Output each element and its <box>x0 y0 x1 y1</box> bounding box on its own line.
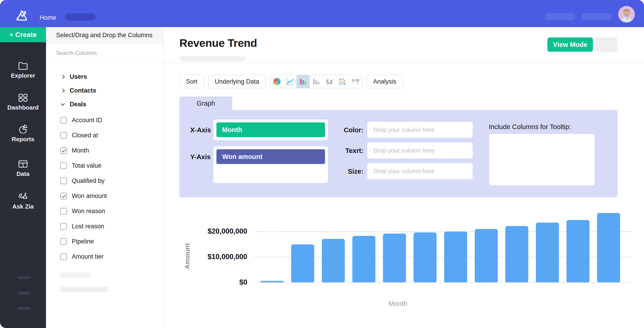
bar[interactable] <box>383 234 406 282</box>
column-label: Won reason <box>72 208 105 215</box>
checkbox-unchecked-icon[interactable] <box>60 238 67 245</box>
tooltip-columns-heading: Include Columns for Tooltip: <box>489 123 571 131</box>
subtitle-placeholder <box>180 56 246 61</box>
bar-descending-chart-type-icon[interactable] <box>310 75 323 88</box>
column-checkbox-item[interactable]: Pipeline <box>46 234 163 249</box>
size-dropzone[interactable]: Drop your column here <box>367 163 473 179</box>
checkbox-unchecked-icon[interactable] <box>60 253 67 260</box>
column-checkbox-item[interactable]: Won amount <box>46 188 163 203</box>
underlying-data-button[interactable]: Underlying Data <box>208 75 266 88</box>
columns-panel: Select/Drag and Drop the Columns Users C… <box>46 27 164 328</box>
bar-chart-type-icon[interactable] <box>296 75 310 88</box>
bar[interactable] <box>352 236 375 282</box>
analytics-logo-icon[interactable] <box>14 8 28 22</box>
columns-checkbox-list: Account IDClosed atMonthTotal valueQuali… <box>46 113 163 264</box>
create-button[interactable]: + Create <box>0 27 46 42</box>
x-axis-label: X-Axis <box>190 126 211 134</box>
checkbox-unchecked-icon[interactable] <box>60 132 67 139</box>
bar-line-combo-chart-type-icon[interactable] <box>323 75 336 88</box>
column-label: Won amount <box>72 192 107 200</box>
checkbox-unchecked-icon[interactable] <box>60 163 67 169</box>
tree-node-contacts[interactable]: Contacts <box>46 84 163 97</box>
column-checkbox-item[interactable]: Closed at <box>46 128 163 143</box>
tree-node-deals[interactable]: Deals <box>46 97 163 111</box>
color-drop-label: Color: <box>324 126 364 134</box>
bar[interactable] <box>291 244 314 282</box>
column-label: Account ID <box>72 117 102 124</box>
bar[interactable] <box>444 232 467 282</box>
bar[interactable] <box>260 281 284 282</box>
sidebar-item-ask-zia[interactable]: Ask Zia <box>0 192 46 210</box>
data-table-icon <box>18 160 28 168</box>
column-label: Qualified by <box>72 177 105 184</box>
zia-signature-icon <box>18 192 28 201</box>
line-chart-type-icon[interactable] <box>283 75 296 88</box>
sidebar: + Create Explorer Dashboard Reports <box>0 27 46 328</box>
bar[interactable] <box>475 229 498 282</box>
columns-tree: Users Contacts Deals <box>46 70 163 111</box>
y-tick-label: $20,000,000 <box>189 227 247 235</box>
bar[interactable] <box>322 239 345 282</box>
bar[interactable] <box>414 232 436 282</box>
chevron-right-icon <box>60 75 65 79</box>
sidebar-placeholder <box>17 292 30 295</box>
text-drop-label: Texrt: <box>324 147 364 155</box>
search-columns-input[interactable] <box>56 50 148 56</box>
sort-button[interactable]: Sort <box>180 75 204 88</box>
gridline <box>255 282 631 283</box>
checkbox-checked-icon[interactable] <box>60 147 67 154</box>
pie-chart-type-icon[interactable] <box>270 75 283 88</box>
analysis-button[interactable]: Analysis <box>366 75 403 88</box>
bar[interactable] <box>597 213 620 282</box>
nav-home-link[interactable]: Home <box>40 14 56 21</box>
main-content: Revenue Trend View Mode Sort Underlying … <box>164 27 644 328</box>
bar[interactable] <box>566 220 590 282</box>
sidebar-item-data[interactable]: Data <box>0 160 46 177</box>
checkbox-unchecked-icon[interactable] <box>60 117 67 124</box>
bar[interactable] <box>536 223 559 282</box>
user-avatar[interactable] <box>618 6 635 22</box>
columns-panel-header: Select/Drag and Drop the Columns <box>46 27 163 44</box>
sidebar-item-reports[interactable]: Reports <box>0 124 46 143</box>
sidebar-item-explorer[interactable]: Explorer <box>0 62 46 79</box>
text-dropzone[interactable]: Drop your column here <box>367 143 473 159</box>
column-checkbox-item[interactable]: Total value <box>46 158 163 173</box>
chart-type-switcher <box>270 75 362 88</box>
folder-icon <box>18 62 28 70</box>
column-label: Total value <box>72 162 102 169</box>
column-checkbox-item[interactable]: Lost reason <box>46 219 163 234</box>
checkbox-unchecked-icon[interactable] <box>60 177 67 184</box>
topbar: Home <box>0 0 644 27</box>
column-label: Lost reason <box>72 223 104 230</box>
column-checkbox-item[interactable]: Qualified by <box>46 173 163 188</box>
scatter-chart-type-icon[interactable] <box>336 75 349 88</box>
column-checkbox-item[interactable]: Won reason <box>46 203 163 219</box>
header-placeholder-button[interactable] <box>596 37 617 52</box>
nav-placeholder-pill <box>65 13 96 20</box>
column-label: Amount tier <box>72 253 104 260</box>
x-axis-title: Month <box>375 300 421 308</box>
y-axis-dropzone[interactable]: Won amount <box>214 146 328 183</box>
sidebar-placeholder <box>17 307 31 310</box>
tooltip-columns-dropzone[interactable] <box>489 134 594 185</box>
view-mode-button[interactable]: View Mode <box>548 37 593 52</box>
column-label: Pipeline <box>72 238 94 245</box>
columns-placeholder <box>59 272 90 278</box>
x-axis-column-chip[interactable]: Month <box>216 122 325 137</box>
column-checkbox-item[interactable]: Amount tier <box>46 249 163 264</box>
column-label: Month <box>72 147 89 154</box>
column-checkbox-item[interactable]: Month <box>46 143 163 158</box>
map-chart-type-icon[interactable] <box>349 75 362 88</box>
color-dropzone[interactable]: Drop your column here <box>367 122 473 138</box>
column-checkbox-item[interactable]: Account ID <box>46 113 163 128</box>
chevron-down-icon <box>60 102 65 106</box>
sidebar-item-dashboard[interactable]: Dashboard <box>0 94 46 111</box>
bar[interactable] <box>505 226 528 282</box>
checkbox-unchecked-icon[interactable] <box>60 208 67 214</box>
y-axis-column-chip[interactable]: Won amount <box>216 149 325 164</box>
tree-node-users[interactable]: Users <box>46 70 163 84</box>
x-axis-dropzone[interactable]: Month <box>214 119 328 140</box>
checkbox-unchecked-icon[interactable] <box>60 223 67 230</box>
checkbox-checked-icon[interactable] <box>60 193 67 199</box>
graph-tab[interactable]: Graph <box>180 96 232 110</box>
